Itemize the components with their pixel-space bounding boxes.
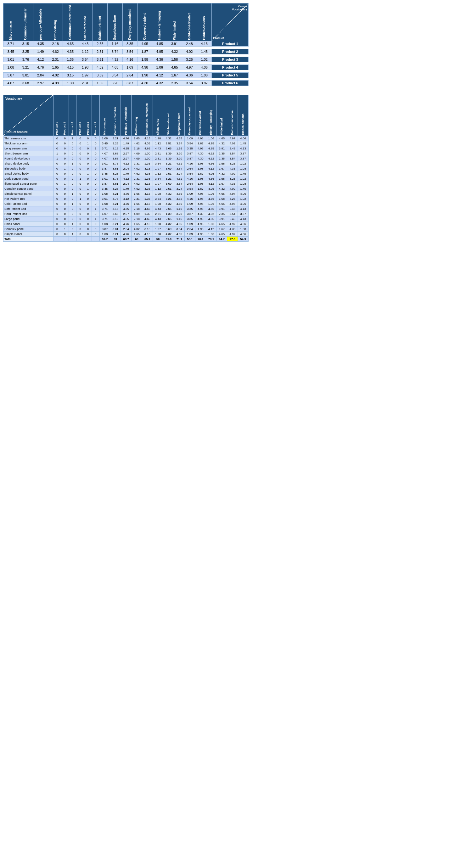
- vocab-cell: 3.54: [185, 186, 195, 191]
- vocab-cell: 2.48: [227, 146, 238, 151]
- product-cell: 0: [76, 166, 84, 171]
- product-cell: 0: [92, 176, 99, 181]
- col-header-common-unfamiliar: Common - unfamiliar: [18, 3, 33, 41]
- vocab-cell: 4.35: [121, 146, 131, 151]
- total-vocab-cell: 65.1: [142, 236, 153, 241]
- feature-name-cell: Short Sensor arm: [3, 151, 54, 156]
- total-vocab-cell: 69: [110, 236, 121, 241]
- total-vocab-cell: 68.7: [121, 236, 131, 241]
- vocab-cell: 1.98: [153, 231, 163, 236]
- col-header-b-everyday-occasional: Everyday-occasional: [185, 95, 195, 135]
- product-cell: 0: [69, 176, 76, 181]
- feature-name-cell: Sharp device body: [3, 161, 54, 166]
- vocab-cell: 3.87: [99, 226, 110, 231]
- col-header-b-history-emerging: History - Emerging: [206, 95, 217, 135]
- vocab-cell: 1.39: [163, 156, 174, 161]
- product-cell: 1: [61, 166, 69, 171]
- data-cell: 3.76: [18, 57, 33, 62]
- vocab-cell: 4.76: [121, 221, 131, 226]
- vocab-cell: 4.36: [206, 196, 217, 201]
- vocab-cell: 1.97: [153, 166, 163, 171]
- data-cell: 3.15: [63, 73, 78, 78]
- vocab-cell: 2.48: [227, 216, 238, 221]
- product-cell: 0: [84, 216, 92, 221]
- vocab-cell: 4.95: [195, 146, 206, 151]
- vocab-cell: 4.36: [227, 166, 238, 171]
- vocab-cell: 3.87: [99, 166, 110, 171]
- product-cell: 0: [69, 166, 76, 171]
- data-cell: 1.58: [167, 57, 182, 62]
- data-cell: 4.15: [63, 65, 78, 70]
- vocab-cell: 4.35: [121, 216, 131, 221]
- product-name-cell: Product 3: [212, 57, 249, 62]
- table-row: Round device body1000004.073.682.974.091…: [3, 156, 249, 161]
- vocab-cell: 4.35: [142, 186, 153, 191]
- product-cell: 0: [61, 135, 69, 141]
- vocab-cell: 3.25: [110, 186, 121, 191]
- vocab-cell: 4.65: [174, 201, 185, 206]
- table-row: 3.713.154.352.184.654.432.651.163.354.95…: [3, 41, 249, 46]
- vocab-cell: 4.76: [121, 201, 131, 206]
- vocab-cell: 4.13: [238, 146, 249, 151]
- vocab-cell: 3.21: [110, 221, 121, 226]
- product-cell: 0: [84, 166, 92, 171]
- vocab-cell: 1.09: [185, 221, 195, 226]
- product-cell: 0: [61, 216, 69, 221]
- vocab-cell: 1.12: [153, 141, 163, 146]
- vocab-cell: 1.45: [238, 171, 249, 176]
- table-row: Long sensor arm0000013.713.154.352.184.6…: [3, 146, 249, 151]
- product-cell: 0: [92, 156, 99, 161]
- table-row: Complex panel0100003.873.812.044.023.151…: [3, 226, 249, 231]
- vocab-cell: 4.98: [195, 221, 206, 226]
- data-cell: 1.08: [197, 73, 212, 78]
- total-product-cell: [76, 236, 84, 241]
- product-cell: 0: [61, 146, 69, 151]
- product-cell: 0: [69, 181, 76, 186]
- vocab-cell: 4.06: [238, 191, 249, 196]
- table-row: Dark Sensor panel0001003.013.764.122.311…: [3, 176, 249, 181]
- col-header-micro-macro: Micro-macro: [3, 3, 18, 41]
- vocab-cell: 4.06: [238, 201, 249, 206]
- vocab-cell: 4.98: [195, 191, 206, 196]
- data-cell: 3.25: [182, 57, 197, 62]
- col-header-wide-limited: Wide-limited: [167, 3, 182, 41]
- vocab-cell: 4.09: [131, 211, 142, 216]
- vocab-cell: 4.13: [238, 206, 249, 211]
- data-cell: 4.65: [167, 65, 182, 70]
- vocab-cell: 2.65: [163, 206, 174, 211]
- product-cell: 1: [54, 156, 61, 161]
- vocab-cell: 3.87: [185, 211, 195, 216]
- product-cell: 0: [54, 176, 61, 181]
- vocab-cell: 2.04: [121, 166, 131, 171]
- vocab-cell: 4.02: [131, 181, 142, 186]
- col-header-b-suspicious-sure: Suspicious-Sure: [174, 95, 185, 135]
- vocab-cell: 4.07: [99, 156, 110, 161]
- product-cell: 0: [84, 231, 92, 236]
- vocab-cell: 1.16: [174, 206, 185, 211]
- product-cell: 0: [54, 201, 61, 206]
- vocab-cell: 1.09: [185, 231, 195, 236]
- feature-name-cell: Thin sensor arm: [3, 135, 54, 141]
- vocab-cell: 1.97: [153, 226, 163, 231]
- vocab-cell: 1.08: [99, 191, 110, 196]
- product-cell: 0: [84, 206, 92, 211]
- vocab-cell: 4.12: [206, 166, 217, 171]
- vocab-cell: 3.71: [99, 206, 110, 211]
- vocab-cell: 4.32: [217, 141, 227, 146]
- product-cell: 0: [54, 166, 61, 171]
- table-row: Illuminated Sensor panel0100003.873.812.…: [3, 181, 249, 186]
- data-cell: 4.32: [167, 49, 182, 55]
- vocab-cell: 4.65: [217, 135, 227, 141]
- product-cell: 0: [61, 201, 69, 206]
- vocab-cell: 2.31: [153, 151, 163, 156]
- vocab-cell: 1.87: [195, 141, 206, 146]
- product-cell: 0: [54, 196, 61, 201]
- product-cell: 0: [69, 186, 76, 191]
- product-cell: 0: [61, 171, 69, 176]
- vocab-cell: 3.87: [185, 151, 195, 156]
- data-cell: 4.30: [137, 81, 152, 86]
- vocab-cell: 3.21: [110, 201, 121, 206]
- vocab-cell: 1.39: [163, 151, 174, 156]
- vocab-cell: 4.32: [206, 151, 217, 156]
- vocab-cell: 2.18: [131, 146, 142, 151]
